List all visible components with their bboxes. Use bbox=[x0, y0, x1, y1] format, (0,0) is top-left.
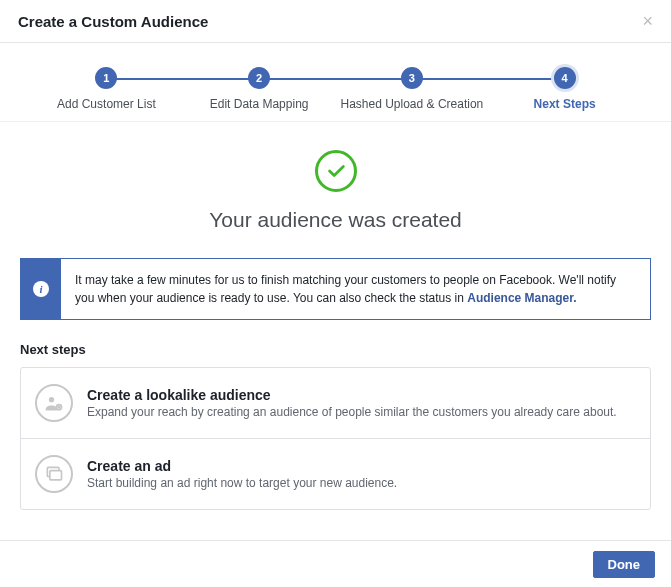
step-number: 2 bbox=[248, 67, 270, 89]
option-title: Create a lookalike audience bbox=[87, 387, 636, 403]
step-label: Add Customer List bbox=[30, 97, 183, 111]
success-check-icon bbox=[315, 150, 357, 192]
option-create-ad[interactable]: Create an ad Start building an ad right … bbox=[21, 438, 650, 509]
info-icon: i bbox=[33, 281, 49, 297]
step-next-steps[interactable]: 4 Next Steps bbox=[488, 67, 641, 111]
success-message: Your audience was created bbox=[0, 122, 671, 258]
dialog-footer: Done bbox=[0, 540, 671, 587]
close-icon[interactable]: × bbox=[642, 12, 653, 30]
step-number: 4 bbox=[554, 67, 576, 89]
stepper: 1 Add Customer List 2 Edit Data Mapping … bbox=[0, 43, 671, 122]
next-steps-heading: Next steps bbox=[20, 342, 651, 357]
step-label: Hashed Upload & Creation bbox=[336, 97, 489, 111]
step-label: Next Steps bbox=[488, 97, 641, 111]
create-ad-icon bbox=[35, 455, 73, 493]
done-button[interactable]: Done bbox=[593, 551, 656, 578]
audience-manager-link[interactable]: Audience Manager. bbox=[467, 291, 576, 305]
option-desc: Start building an ad right now to target… bbox=[87, 476, 636, 490]
step-add-customer-list[interactable]: 1 Add Customer List bbox=[30, 67, 183, 111]
lookalike-audience-icon bbox=[35, 384, 73, 422]
svg-rect-3 bbox=[50, 471, 62, 480]
svg-point-0 bbox=[49, 397, 54, 402]
step-edit-data-mapping[interactable]: 2 Edit Data Mapping bbox=[183, 67, 336, 111]
option-desc: Expand your reach by creating an audienc… bbox=[87, 405, 636, 419]
step-label: Edit Data Mapping bbox=[183, 97, 336, 111]
next-steps-options: Create a lookalike audience Expand your … bbox=[20, 367, 651, 510]
step-hashed-upload[interactable]: 3 Hashed Upload & Creation bbox=[336, 67, 489, 111]
step-number: 3 bbox=[401, 67, 423, 89]
info-icon-column: i bbox=[21, 259, 61, 319]
info-notice: i It may take a few minutes for us to fi… bbox=[20, 258, 651, 320]
option-create-lookalike[interactable]: Create a lookalike audience Expand your … bbox=[21, 368, 650, 438]
step-number: 1 bbox=[95, 67, 117, 89]
dialog-title: Create a Custom Audience bbox=[18, 13, 208, 30]
info-text: It may take a few minutes for us to fini… bbox=[61, 259, 650, 319]
success-title: Your audience was created bbox=[20, 208, 651, 232]
dialog-header: Create a Custom Audience × bbox=[0, 0, 671, 43]
option-title: Create an ad bbox=[87, 458, 636, 474]
